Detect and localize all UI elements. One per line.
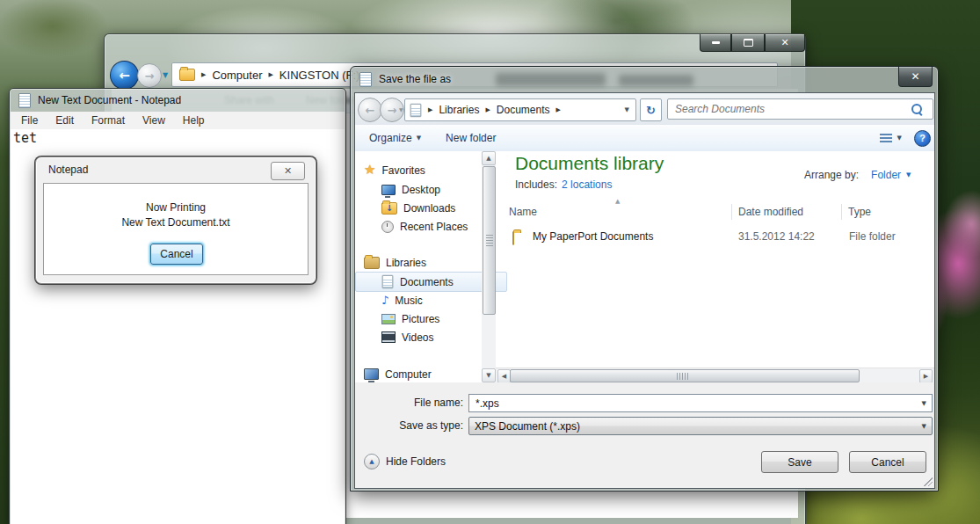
save-type-dropdown-icon[interactable]: ▼	[922, 423, 926, 430]
back-button[interactable]: ←	[110, 61, 139, 90]
refresh-button[interactable]: ↻	[640, 98, 662, 121]
save-dialog-titlebar[interactable]: Save the file as	[351, 67, 896, 91]
scroll-down-button[interactable]: ▼	[482, 368, 496, 382]
recent-places-icon	[381, 221, 394, 233]
close-button[interactable]: ✕	[765, 34, 805, 52]
scroll-up-icon: ▲	[486, 155, 490, 162]
recent-pages-chevron[interactable]: ▼	[399, 106, 403, 113]
sidebar-label: Recent Places	[400, 221, 468, 233]
save-dialog-close-button[interactable]: ✕	[898, 67, 933, 87]
file-name-combo[interactable]: ▼	[468, 394, 933, 412]
includes-link[interactable]: 2 locations	[562, 178, 612, 191]
save-button[interactable]: Save	[761, 451, 838, 473]
library-icon	[410, 103, 422, 116]
sidebar-label: Videos	[402, 331, 433, 344]
close-icon: ✕	[911, 71, 919, 82]
search-icon[interactable]	[911, 104, 922, 114]
maximize-icon	[744, 39, 753, 47]
minimize-button[interactable]	[700, 34, 731, 52]
downloads-icon: ↓	[381, 202, 397, 215]
menu-file[interactable]: File	[11, 114, 47, 127]
column-divider[interactable]	[731, 204, 732, 220]
sidebar-item-libraries[interactable]: Libraries	[355, 253, 490, 272]
file-date-modified: 31.5.2012 14:22	[738, 230, 815, 243]
organize-button[interactable]: Organize ▼	[369, 132, 421, 144]
search-box[interactable]	[667, 98, 933, 120]
print-message-line2: New Text Document.txt	[44, 216, 308, 229]
star-icon: ★	[364, 164, 375, 177]
sidebar-label: Libraries	[386, 257, 426, 269]
views-chevron-icon[interactable]: ▼	[897, 135, 902, 142]
cancel-button[interactable]: Cancel	[849, 451, 926, 473]
file-row[interactable]: My PaperPort Documents 31.5.2012 14:22 F…	[496, 228, 934, 247]
menu-view[interactable]: View	[134, 114, 174, 127]
arrange-chevron-icon[interactable]: ▼	[906, 171, 911, 178]
arrange-by-value[interactable]: Folder	[871, 169, 901, 181]
sidebar-item-favorites[interactable]: ★ Favorites	[355, 161, 490, 179]
close-icon: ✕	[780, 38, 788, 47]
save-type-combo[interactable]: XPS Document (*.xps) ▼	[468, 417, 933, 435]
scrollbar-thumb[interactable]	[510, 369, 860, 382]
column-divider[interactable]	[841, 204, 842, 220]
sidebar-label: Favorites	[381, 164, 425, 177]
maximize-button[interactable]	[731, 34, 765, 52]
help-button[interactable]: ?	[914, 130, 931, 147]
file-name-dropdown-icon[interactable]: ▼	[922, 400, 926, 407]
save-address-bar[interactable]: ▶ Libraries ▶ Documents ▶ ▼	[404, 98, 636, 121]
scroll-left-button[interactable]: ◀	[497, 369, 511, 383]
breadcrumb-kingston[interactable]: KINGSTON (F:)	[279, 69, 359, 82]
forward-button[interactable]: →	[137, 63, 162, 88]
videos-icon	[381, 331, 396, 343]
pictures-icon	[381, 314, 396, 324]
file-name-input[interactable]	[474, 397, 922, 411]
new-folder-button[interactable]: New folder	[446, 132, 496, 144]
save-body: ★ Favorites Desktop ↓ Downloads Recent P…	[355, 151, 934, 382]
print-dialog-close-button[interactable]: ✕	[271, 162, 305, 180]
sidebar-label: Pictures	[402, 313, 439, 325]
save-type-value: XPS Document (*.xps)	[475, 420, 580, 433]
breadcrumb-libraries[interactable]: Libraries	[439, 104, 479, 116]
sidebar-scrollbar[interactable]: ▲ ▼	[482, 151, 496, 382]
address-dropdown-icon[interactable]: ▼	[625, 106, 629, 113]
scroll-right-button[interactable]: ▶	[919, 369, 933, 383]
print-cancel-label: Cancel	[160, 248, 192, 260]
sort-ascending-icon: ▲	[615, 198, 620, 205]
scroll-up-button[interactable]: ▲	[482, 151, 496, 165]
back-arrow-icon: ←	[366, 104, 375, 117]
menu-help[interactable]: Help	[174, 114, 214, 127]
scrollbar-thumb[interactable]	[483, 166, 496, 315]
views-icon[interactable]	[880, 134, 892, 142]
breadcrumb-computer[interactable]: Computer	[212, 69, 262, 82]
hide-folders-button[interactable]: ▲ Hide Folders	[364, 454, 446, 469]
notepad-window: New Text Document - Notepad File Edit Fo…	[9, 88, 346, 524]
resize-grip[interactable]	[924, 477, 933, 486]
sidebar-label: Desktop	[402, 184, 440, 196]
horizontal-scrollbar[interactable]: ◀ ▶	[496, 368, 934, 383]
notepad-icon	[18, 93, 31, 108]
print-dialog-title: Notepad	[48, 164, 88, 176]
computer-icon	[364, 368, 379, 380]
sidebar-item-computer[interactable]: Computer	[355, 365, 490, 383]
recent-pages-chevron[interactable]: ▼	[163, 71, 168, 79]
chevron-down-icon: ▼	[417, 135, 421, 142]
notepad-text: tet	[13, 130, 37, 146]
notepad-titlebar[interactable]: New Text Document - Notepad	[10, 89, 345, 112]
notepad-menubar: File Edit Format View Help	[11, 112, 345, 130]
forward-arrow-icon: →	[145, 69, 155, 83]
file-name-label: File name:	[355, 397, 463, 409]
search-input[interactable]	[673, 102, 911, 116]
column-header-name[interactable]: Name	[509, 206, 537, 218]
help-icon: ?	[919, 133, 926, 143]
hide-folders-label: Hide Folders	[386, 455, 446, 468]
save-dialog-title: Save the file as	[379, 73, 451, 85]
menu-edit[interactable]: Edit	[47, 114, 83, 127]
print-dialog-panel: Now Printing New Text Document.txt Cance…	[43, 183, 309, 275]
back-button[interactable]: ←	[358, 98, 382, 122]
column-header-type[interactable]: Type	[848, 206, 871, 218]
breadcrumb-documents[interactable]: Documents	[497, 104, 550, 116]
file-type: File folder	[849, 230, 896, 243]
menu-format[interactable]: Format	[83, 114, 134, 127]
print-cancel-button[interactable]: Cancel	[150, 244, 203, 265]
crumb-separator-icon: ▶	[268, 71, 272, 78]
column-header-date-modified[interactable]: Date modified	[738, 206, 803, 218]
